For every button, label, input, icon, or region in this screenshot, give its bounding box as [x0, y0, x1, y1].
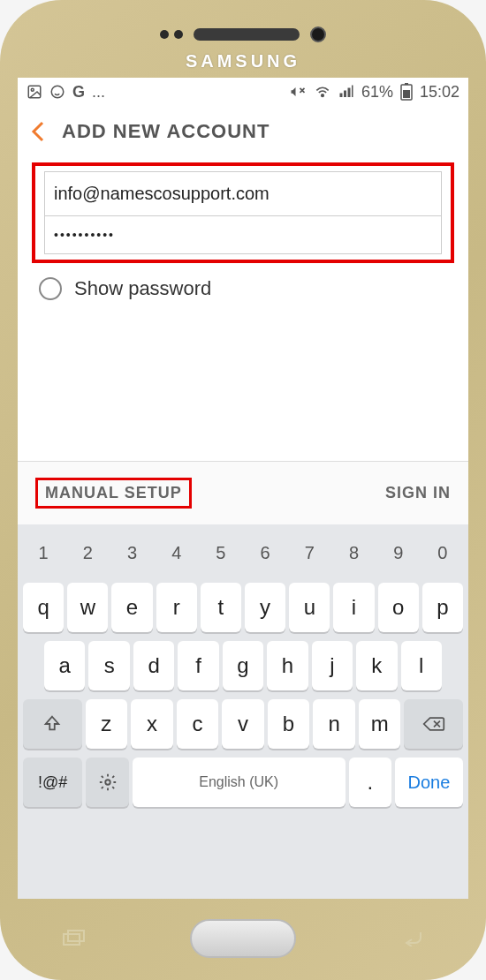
- screen: G ... 61% 15:02: [18, 78, 468, 899]
- password-input[interactable]: [45, 215, 441, 253]
- recent-apps-softkey[interactable]: [62, 929, 87, 946]
- key-6[interactable]: 6: [245, 531, 285, 574]
- credentials-highlight: [32, 162, 454, 263]
- device-top-hardware: [0, 26, 486, 42]
- credentials-form: [44, 171, 442, 254]
- key-w[interactable]: w: [67, 583, 108, 632]
- keyboard-number-row: 1 2 3 4 5 6 7 8 9 0: [21, 531, 465, 574]
- manual-setup-highlight: MANUAL SETUP: [35, 478, 192, 509]
- show-password-row[interactable]: Show password: [18, 263, 468, 314]
- key-b[interactable]: b: [268, 699, 310, 749]
- show-password-label: Show password: [74, 277, 211, 300]
- key-j[interactable]: j: [312, 641, 353, 690]
- back-button[interactable]: [30, 120, 46, 143]
- svg-rect-0: [28, 86, 41, 98]
- keyboard-row-1: q w e r t y u i o p: [21, 583, 465, 632]
- keyboard-row-2: a s d f g h j k l: [21, 641, 465, 690]
- keyboard-settings-key[interactable]: [86, 758, 128, 807]
- key-u[interactable]: u: [289, 583, 330, 632]
- done-key[interactable]: Done: [395, 758, 463, 807]
- phone-frame: SAMSUNG G ...: [0, 0, 486, 980]
- soft-keyboard: 1 2 3 4 5 6 7 8 9 0 q w e r t y u i o: [18, 524, 468, 899]
- key-v[interactable]: v: [222, 699, 264, 749]
- key-p[interactable]: p: [422, 583, 463, 632]
- svg-rect-9: [68, 931, 84, 941]
- back-softkey[interactable]: [399, 929, 424, 946]
- signal-icon: [338, 84, 354, 100]
- key-t[interactable]: t: [201, 583, 241, 632]
- manual-setup-button[interactable]: MANUAL SETUP: [45, 484, 182, 502]
- key-r[interactable]: r: [156, 583, 197, 632]
- status-bar: G ... 61% 15:02: [18, 78, 468, 106]
- key-i[interactable]: i: [333, 583, 374, 632]
- backspace-key[interactable]: [404, 699, 463, 749]
- gallery-icon: [27, 84, 42, 100]
- battery-icon: [400, 83, 413, 101]
- key-h[interactable]: h: [267, 641, 308, 690]
- svg-point-3: [322, 94, 324, 97]
- wifi-icon: [314, 83, 331, 101]
- period-key[interactable]: .: [349, 758, 391, 807]
- key-o[interactable]: o: [378, 583, 419, 632]
- key-3[interactable]: 3: [111, 531, 152, 574]
- key-5[interactable]: 5: [201, 531, 241, 574]
- svg-rect-5: [403, 90, 410, 98]
- google-icon: G: [72, 83, 85, 102]
- key-1[interactable]: 1: [23, 531, 64, 574]
- gear-icon: [98, 773, 118, 792]
- key-g[interactable]: g: [223, 641, 263, 690]
- key-a[interactable]: a: [44, 641, 85, 690]
- key-9[interactable]: 9: [378, 531, 419, 574]
- app-header: ADD NEW ACCOUNT: [18, 106, 468, 162]
- whatsapp-icon: [49, 84, 65, 100]
- keyboard-row-4: !@# English (UK) . Done: [21, 758, 465, 807]
- key-2[interactable]: 2: [67, 531, 108, 574]
- symbols-key[interactable]: !@#: [23, 758, 82, 807]
- key-k[interactable]: k: [356, 641, 397, 690]
- mute-icon: [289, 83, 307, 101]
- key-y[interactable]: y: [245, 583, 285, 632]
- key-4[interactable]: 4: [156, 531, 197, 574]
- svg-rect-6: [405, 83, 408, 85]
- device-brand: SAMSUNG: [0, 51, 486, 72]
- key-e[interactable]: e: [111, 583, 152, 632]
- bottom-action-bar: MANUAL SETUP SIGN IN: [18, 461, 468, 524]
- key-q[interactable]: q: [23, 583, 64, 632]
- svg-point-2: [51, 86, 64, 98]
- key-z[interactable]: z: [86, 699, 128, 749]
- shift-key[interactable]: [23, 699, 82, 749]
- battery-text: 61%: [361, 83, 393, 102]
- clock-text: 15:02: [420, 83, 459, 102]
- key-8[interactable]: 8: [333, 531, 374, 574]
- svg-point-1: [31, 88, 34, 91]
- key-f[interactable]: f: [178, 641, 218, 690]
- key-0[interactable]: 0: [422, 531, 463, 574]
- key-d[interactable]: d: [133, 641, 174, 690]
- email-input[interactable]: [45, 172, 441, 215]
- key-s[interactable]: s: [88, 641, 129, 690]
- key-c[interactable]: c: [177, 699, 219, 749]
- key-m[interactable]: m: [359, 699, 401, 749]
- key-7[interactable]: 7: [289, 531, 330, 574]
- home-button[interactable]: [190, 919, 296, 958]
- svg-rect-8: [64, 934, 80, 945]
- sign-in-button[interactable]: SIGN IN: [385, 484, 451, 502]
- svg-point-7: [105, 780, 110, 785]
- key-n[interactable]: n: [313, 699, 355, 749]
- spacebar-key[interactable]: English (UK): [133, 758, 346, 807]
- show-password-radio[interactable]: [39, 277, 62, 300]
- keyboard-row-3: z x c v b n m: [21, 699, 465, 749]
- key-x[interactable]: x: [131, 699, 173, 749]
- page-title: ADD NEW ACCOUNT: [62, 120, 270, 143]
- status-ellipsis: ...: [92, 83, 105, 102]
- key-l[interactable]: l: [401, 641, 442, 690]
